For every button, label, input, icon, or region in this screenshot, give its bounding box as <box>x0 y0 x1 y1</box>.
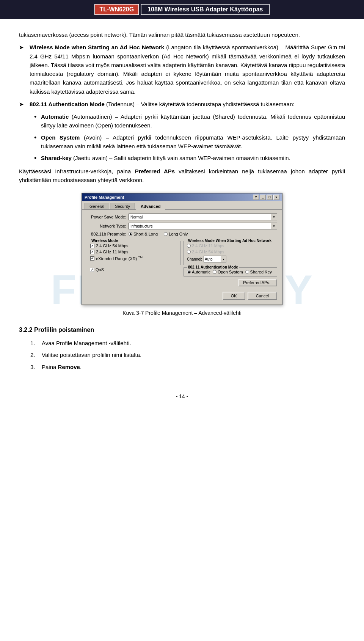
bullet-automatic-text: Automatic (Automaattinen) – Adapteri pyr… <box>41 112 345 130</box>
power-save-label: Power Save Mode: <box>87 215 129 219</box>
ok-button[interactable]: OK <box>223 292 245 300</box>
tab-security[interactable]: Security <box>110 203 135 210</box>
channel-label: Channel: <box>187 257 202 261</box>
bullet-shared-text: Shared-key (Jaettu avain) – Sallii adapt… <box>41 154 290 162</box>
titlebar-buttons: ? _ □ × <box>253 195 279 200</box>
wm-xr-label: eXtended Range (XR) TM <box>96 256 143 261</box>
network-type-row: Network Type: Infrastructure ▼ <box>87 223 277 229</box>
preamble-short-long[interactable]: Short & Long <box>129 232 158 236</box>
wm-xr-checkbox[interactable]: ✓ <box>90 256 94 261</box>
preamble-label: 802.11b Preamble: <box>87 232 129 236</box>
auth-open-system[interactable]: Open System <box>213 270 243 274</box>
profile-management-dialog[interactable]: Profile Management ? _ □ × General Secur… <box>82 193 282 305</box>
bottom-buttons: OK Cancel <box>87 289 277 301</box>
adhoc-group-title: Wireless Mode When Starting Ad Hoc Netwo… <box>187 239 273 243</box>
bullet-dot-2: • <box>34 133 41 143</box>
preamble-row: 802.11b Preamble: Short & Long Long Only <box>87 232 277 236</box>
cancel-button[interactable]: Cancel <box>248 292 277 300</box>
step-2: 2. Valitse poistettavan profiilin nimi l… <box>30 350 345 359</box>
wireless-mode-group: Wireless Mode ✓ 2.4 GHz 54 Mbps ✓ 2.4 GH… <box>87 241 180 265</box>
wm-xr[interactable]: ✓ eXtended Range (XR) TM <box>90 256 177 261</box>
wireless-mode-group-title: Wireless Mode <box>90 239 119 243</box>
bullet-open-text: Open System (Avoin) – Adapteri pyrkii to… <box>41 133 345 151</box>
auth-radio-row: Automatic Open System Shared Key <box>187 270 274 274</box>
preamble-radio-group: Short & Long Long Only <box>129 232 188 236</box>
auth-shared-key[interactable]: Shared Key <box>245 270 272 274</box>
panels-row: Wireless Mode ✓ 2.4 GHz 54 Mbps ✓ 2.4 GH… <box>87 239 277 286</box>
adhoc-2ghz-54[interactable]: 2.4 GHz 54 Mbps <box>187 250 274 254</box>
maximize-button[interactable]: □ <box>267 195 273 200</box>
auth-mode-group-title: 802.11 Authentication Mode <box>187 265 239 269</box>
auth-automatic-radio[interactable] <box>187 270 191 274</box>
wm-2ghz-11[interactable]: ✓ 2.4 GHz 11 Mbps <box>90 250 177 254</box>
step-3: 3. Paina Remove. <box>30 363 345 371</box>
bullet-text: Wireless Mode when Starting an Ad Hoc Ne… <box>30 43 345 96</box>
bullet-auth-mode: ➤ 802.11 Authentication Mode (Todennus) … <box>19 100 345 108</box>
dialog-titlebar: Profile Management ? _ □ × <box>82 193 282 201</box>
page-footer: - 14 - <box>0 386 364 403</box>
page-title: 108M Wireless USB Adapter Käyttöopas <box>141 4 270 15</box>
channel-arrow-icon: ▼ <box>221 256 226 262</box>
qos-item[interactable]: ✓ QoS <box>90 267 180 272</box>
auth-bullets: • Automatic (Automaattinen) – Adapteri p… <box>34 112 345 164</box>
power-save-select[interactable]: Normal ▼ <box>129 214 277 220</box>
bullet-shared-key: • Shared-key (Jaettu avain) – Sallii ada… <box>34 154 345 164</box>
arrow-icon-2: ➤ <box>19 100 30 108</box>
dialog-title: Profile Management <box>85 195 124 200</box>
adhoc-group: Wireless Mode When Starting Ad Hoc Netwo… <box>184 241 277 265</box>
adhoc-2ghz-11-radio[interactable] <box>187 244 191 248</box>
adhoc-2ghz-11[interactable]: 2.4 GHz 11 Mbps <box>187 244 274 248</box>
network-type-select[interactable]: Infrastructure ▼ <box>129 223 277 229</box>
minimize-button[interactable]: _ <box>260 195 266 200</box>
bullet-automatic: • Automatic (Automaattinen) – Adapteri p… <box>34 112 345 130</box>
dialog-tabs: General Security Advanced <box>82 201 282 210</box>
bullet-dot-3: • <box>34 153 41 164</box>
power-save-row: Power Save Mode: Normal ▼ <box>87 214 277 220</box>
preferred-aps-button[interactable]: Preferred APs... <box>238 279 277 286</box>
wm-2ghz-54[interactable]: ✓ 2.4 GHz 54 Mbps <box>90 244 177 248</box>
model-badge: TL-WN620G <box>94 4 140 15</box>
auth-mode-group: 802.11 Authentication Mode Automatic Ope… <box>184 267 277 277</box>
bullet-auth-text: 802.11 Authentication Mode (Todennus) – … <box>30 100 295 108</box>
qos-checkbox[interactable]: ✓ <box>90 268 94 272</box>
question-button[interactable]: ? <box>253 195 259 200</box>
power-save-arrow-icon: ▼ <box>271 214 277 220</box>
wm-2ghz-11-checkbox[interactable]: ✓ <box>90 250 94 254</box>
network-type-arrow-icon: ▼ <box>271 223 277 229</box>
auth-automatic[interactable]: Automatic <box>187 270 210 274</box>
channel-row: Channel: Auto ▼ <box>187 256 274 262</box>
paragraph-preferred-aps: Käyttäessäsi Infrastructure-verkkoja, pa… <box>19 167 345 185</box>
network-type-label: Network Type: <box>87 224 129 228</box>
dialog-body: Power Save Mode: Normal ▼ Network Type: … <box>82 210 282 305</box>
preamble-long-only-radio[interactable] <box>164 232 168 236</box>
adhoc-2ghz-54-radio[interactable] <box>187 250 191 254</box>
bullet-dot-1: • <box>34 112 41 123</box>
wm-2ghz-54-checkbox[interactable]: ✓ <box>90 244 94 248</box>
section-heading: 3.2.2 Profiilin poistaminen <box>19 327 345 333</box>
bullet-open-system: • Open System (Avoin) – Adapteri pyrkii … <box>34 133 345 151</box>
bullet-wireless-mode: ➤ Wireless Mode when Starting an Ad Hoc … <box>19 43 345 96</box>
channel-select[interactable]: Auto ▼ <box>204 256 226 262</box>
preamble-long-only[interactable]: Long Only <box>164 232 188 236</box>
close-button[interactable]: × <box>273 195 279 200</box>
auth-open-system-radio[interactable] <box>213 270 217 274</box>
adhoc-panel: Wireless Mode When Starting Ad Hoc Netwo… <box>184 239 277 286</box>
preamble-short-long-radio[interactable] <box>129 232 132 236</box>
figure-caption: Kuva 3-7 Profile Management – Advanced-v… <box>19 309 345 317</box>
wireless-mode-panel: Wireless Mode ✓ 2.4 GHz 54 Mbps ✓ 2.4 GH… <box>87 239 180 286</box>
tab-general[interactable]: General <box>85 203 109 210</box>
header: TL-WN620G 108M Wireless USB Adapter Käyt… <box>0 0 364 19</box>
auth-shared-key-radio[interactable] <box>245 270 249 274</box>
screenshot-container: Profile Management ? _ □ × General Secur… <box>19 193 345 305</box>
step-1: 1. Avaa Profile Management -välilehti. <box>30 339 345 347</box>
page-number: - 14 - <box>176 393 188 399</box>
steps-list: 1. Avaa Profile Management -välilehti. 2… <box>30 339 345 371</box>
tab-advanced[interactable]: Advanced <box>136 203 166 210</box>
paragraph-1: tukiasemaverkossa (access point network)… <box>19 30 345 39</box>
arrow-icon: ➤ <box>19 43 30 52</box>
